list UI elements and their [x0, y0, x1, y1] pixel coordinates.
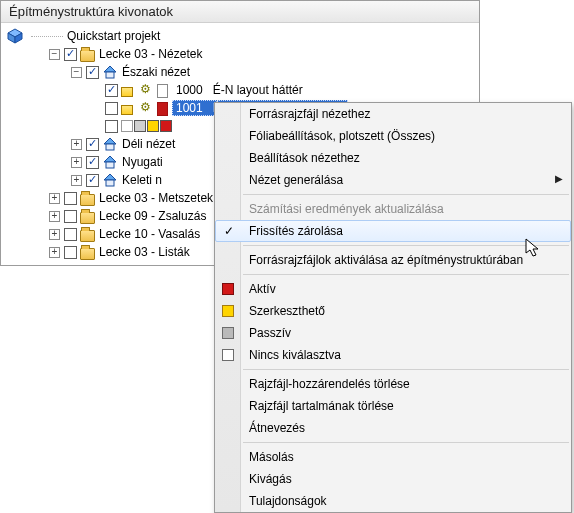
folder-icon — [80, 230, 95, 242]
expand-icon[interactable]: + — [49, 247, 60, 258]
folder-icon — [80, 248, 95, 260]
tree-item-1000[interactable]: ⚙ 1000 É-N layout háttér — [5, 81, 475, 99]
expand-icon[interactable]: + — [71, 139, 82, 150]
tree-label: Lecke 03 - Listák — [99, 245, 190, 259]
menu-item-layer-settings[interactable]: Fóliabeállítások, plotszett (Összes) — [215, 125, 571, 147]
menu-item-status-editable[interactable]: Szerkeszthető — [215, 300, 571, 322]
svg-rect-4 — [106, 72, 114, 78]
house-icon — [102, 154, 118, 170]
expand-icon[interactable]: + — [49, 211, 60, 222]
menu-item-delete-assignment[interactable]: Rajzfájl-hozzárendelés törlése — [215, 373, 571, 395]
cube-icon — [7, 28, 23, 44]
collapse-icon[interactable]: − — [49, 49, 60, 60]
checkbox[interactable] — [64, 48, 77, 61]
expand-icon[interactable]: + — [49, 229, 60, 240]
tree-label: Lecke 10 - Vasalás — [99, 227, 200, 241]
svg-rect-10 — [106, 180, 114, 186]
expand-icon[interactable]: + — [71, 157, 82, 168]
checkbox[interactable] — [64, 192, 77, 205]
swatch-yellow[interactable] — [147, 120, 159, 132]
swatch-red[interactable] — [160, 120, 172, 132]
checkmark-icon: ✓ — [222, 224, 236, 238]
menu-item-lock-update[interactable]: ✓Frissítés zárolása — [215, 220, 571, 242]
house-icon — [102, 136, 118, 152]
menu-item-status-passive[interactable]: Passzív — [215, 322, 571, 344]
svg-marker-9 — [104, 174, 116, 180]
svg-rect-6 — [106, 144, 114, 150]
menu-item-generate-view[interactable]: Nézet generálása▶ — [215, 169, 571, 191]
menu-item-activate-src[interactable]: Forrásrajzfájlok aktiválása az építménys… — [215, 249, 571, 271]
menu-separator — [243, 245, 569, 246]
menu-separator — [243, 442, 569, 443]
svg-rect-8 — [106, 162, 114, 168]
collapse-icon[interactable]: − — [71, 67, 82, 78]
checkbox[interactable] — [86, 138, 99, 151]
drawing-icon — [121, 105, 133, 115]
status-passive-icon — [222, 327, 234, 339]
tree-label: Lecke 09 - Zsaluzás — [99, 209, 206, 223]
swatch-grey[interactable] — [134, 120, 146, 132]
tree-label: Keleti n — [122, 173, 162, 187]
house-icon — [102, 64, 118, 80]
menu-item-rename[interactable]: Átnevezés — [215, 417, 571, 439]
doc-icon — [157, 84, 168, 98]
context-menu: Forrásrajzfájl nézethez Fóliabeállítások… — [214, 102, 572, 513]
tree-label: Déli nézet — [122, 137, 175, 151]
menu-item-source-to-view[interactable]: Forrásrajzfájl nézethez — [215, 103, 571, 125]
menu-separator — [243, 274, 569, 275]
tree-label: É-N layout háttér — [213, 83, 303, 97]
tree-label: Északi nézet — [122, 65, 190, 79]
doc-active-icon — [157, 102, 168, 116]
menu-item-cut[interactable]: Kivágás — [215, 468, 571, 490]
tree-root[interactable]: Quickstart projekt — [5, 27, 475, 45]
panel-title: Építménystruktúra kivonatok — [1, 1, 479, 23]
tree-label: Nyugati — [122, 155, 163, 169]
drawing-icon — [121, 87, 133, 97]
menu-item-delete-content[interactable]: Rajzfájl tartalmának törlése — [215, 395, 571, 417]
swatch-white[interactable] — [121, 120, 133, 132]
tree-item[interactable]: − Északi nézet — [5, 63, 475, 81]
status-none-icon — [222, 349, 234, 361]
menu-item-status-none[interactable]: Nincs kiválasztva — [215, 344, 571, 366]
checkbox[interactable] — [64, 228, 77, 241]
submenu-arrow-icon: ▶ — [555, 173, 563, 184]
menu-item-status-active[interactable]: Aktív — [215, 278, 571, 300]
checkbox[interactable] — [105, 84, 118, 97]
svg-marker-3 — [104, 66, 116, 72]
folder-icon — [80, 212, 95, 224]
root-label: Quickstart projekt — [67, 29, 160, 43]
svg-marker-7 — [104, 156, 116, 162]
house-icon — [102, 172, 118, 188]
tree-label: Lecke 03 - Metszetek — [99, 191, 213, 205]
folder-icon — [80, 50, 95, 62]
checkbox[interactable] — [86, 174, 99, 187]
checkbox[interactable] — [64, 246, 77, 259]
checkbox[interactable] — [86, 156, 99, 169]
expand-icon[interactable]: + — [49, 193, 60, 204]
status-editable-icon — [222, 305, 234, 317]
checkbox[interactable] — [105, 102, 118, 115]
folder-icon — [80, 194, 95, 206]
menu-item-copy[interactable]: Másolás — [215, 446, 571, 468]
menu-item-properties[interactable]: Tulajdonságok — [215, 490, 571, 512]
menu-item-view-settings[interactable]: Beállítások nézethez — [215, 147, 571, 169]
svg-marker-5 — [104, 138, 116, 144]
checkbox[interactable] — [105, 120, 118, 133]
gear-icon: ⚙ — [137, 82, 153, 98]
gear-icon: ⚙ — [137, 100, 153, 116]
checkbox[interactable] — [64, 210, 77, 223]
checkbox[interactable] — [86, 66, 99, 79]
tree-item[interactable]: − Lecke 03 - Nézetek — [5, 45, 475, 63]
menu-separator — [243, 194, 569, 195]
expand-icon[interactable]: + — [71, 175, 82, 186]
item-number: 1001 — [176, 101, 203, 115]
status-active-icon — [222, 283, 234, 295]
item-number: 1000 — [176, 83, 203, 97]
menu-separator — [243, 369, 569, 370]
menu-item-update-calc: Számítási eredmények aktualizálása — [215, 198, 571, 220]
tree-label: Lecke 03 - Nézetek — [99, 47, 202, 61]
